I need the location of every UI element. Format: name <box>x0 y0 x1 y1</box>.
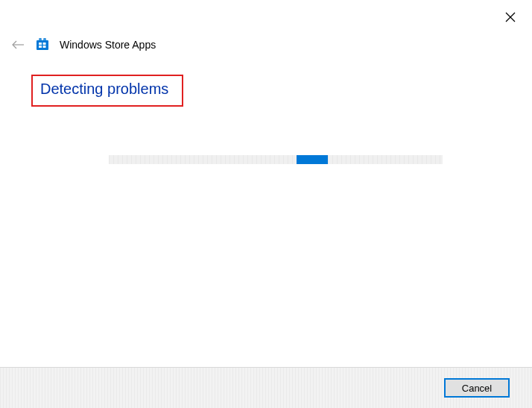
svg-rect-5 <box>43 43 46 45</box>
svg-rect-3 <box>37 40 48 50</box>
progress-bar <box>109 155 443 164</box>
app-title: Windows Store Apps <box>60 39 156 51</box>
close-button[interactable] <box>499 6 522 28</box>
svg-rect-4 <box>39 43 42 45</box>
status-highlight-box: Detecting problems <box>31 75 183 107</box>
status-message: Detecting problems <box>40 81 168 98</box>
svg-rect-6 <box>39 45 42 48</box>
back-arrow-icon <box>11 40 25 50</box>
troubleshooter-window: Windows Store Apps Detecting problems Ca… <box>0 0 532 408</box>
windows-store-icon <box>36 38 49 51</box>
svg-rect-7 <box>43 45 46 48</box>
cancel-button[interactable]: Cancel <box>444 378 510 398</box>
back-button[interactable] <box>10 37 25 52</box>
header: Windows Store Apps <box>10 37 156 52</box>
progress-indicator <box>297 155 328 164</box>
footer: Cancel <box>0 367 532 408</box>
close-icon <box>505 12 516 22</box>
